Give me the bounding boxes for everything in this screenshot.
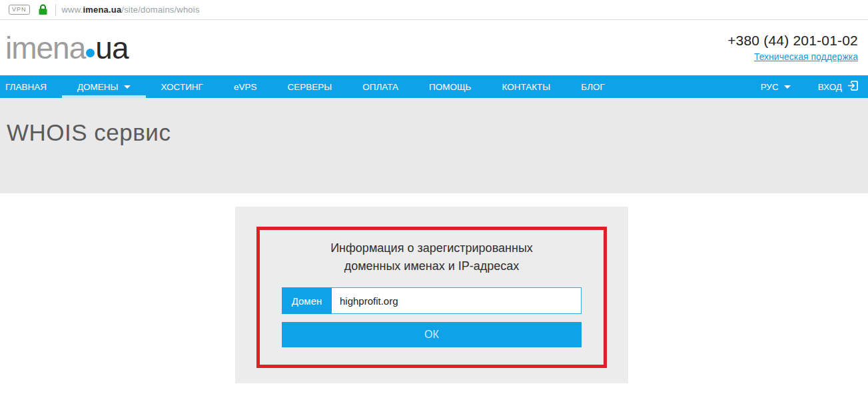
nav-item-oplata[interactable]: ОПЛАТА: [347, 75, 414, 98]
vpn-badge[interactable]: VPN: [9, 5, 30, 15]
logo-text-ua: ua: [95, 30, 128, 66]
annotation-red-box: Информация о зарегистрированных доменных…: [256, 227, 607, 368]
browser-address-bar: VPN www.imena.ua/site/domains/whois: [0, 0, 868, 20]
chevron-down-icon: [124, 85, 131, 89]
header-contact-block: +380 (44) 201-01-02 Техническая поддержк…: [727, 33, 858, 63]
ssl-lock-icon[interactable]: [38, 4, 48, 15]
nav-item-glavnaya[interactable]: ГЛАВНАЯ: [0, 75, 62, 98]
imena-logo[interactable]: imena ua: [5, 30, 128, 66]
nav-item-evps[interactable]: eVPS: [218, 75, 272, 98]
support-link[interactable]: Техническая поддержка: [754, 51, 858, 62]
whois-card: Информация о зарегистрированных доменных…: [235, 207, 628, 383]
domain-label: Домен: [282, 287, 332, 314]
logo-dot-icon: [86, 49, 95, 57]
address-separator: [55, 4, 56, 16]
nav-spacer: [620, 75, 749, 98]
nav-item-blog[interactable]: БЛОГ: [566, 75, 620, 98]
language-selector[interactable]: РУС: [749, 75, 803, 98]
chevron-down-icon: [784, 85, 791, 89]
form-title: Информация о зарегистрированных доменных…: [260, 239, 604, 275]
page-title: WHOIS сервис: [7, 119, 868, 146]
url-text[interactable]: www.imena.ua/site/domains/whois: [62, 5, 200, 15]
phone-number: +380 (44) 201-01-02: [727, 33, 858, 49]
domain-input[interactable]: [332, 287, 582, 314]
login-enter-icon: [847, 80, 859, 93]
nav-item-domeny[interactable]: ДОМЕНЫ: [62, 75, 146, 98]
ok-button[interactable]: ОК: [282, 322, 582, 347]
login-button[interactable]: ВХОД: [803, 75, 868, 98]
domain-input-group: Домен: [282, 287, 582, 314]
logo-text-imena: imena: [5, 30, 85, 66]
nav-item-kontakty[interactable]: КОНТАКТЫ: [486, 75, 566, 98]
nav-item-hosting[interactable]: ХОСТИНГ: [146, 75, 218, 98]
nav-item-servery[interactable]: СЕРВЕРЫ: [272, 75, 347, 98]
nav-item-pomosch[interactable]: ПОМОЩЬ: [414, 75, 486, 98]
page-banner: WHOIS сервис: [0, 98, 868, 193]
site-header: imena ua +380 (44) 201-01-02 Техническая…: [0, 20, 868, 75]
main-nav: ГЛАВНАЯ ДОМЕНЫ ХОСТИНГ eVPS СЕРВЕРЫ ОПЛА…: [0, 75, 868, 98]
